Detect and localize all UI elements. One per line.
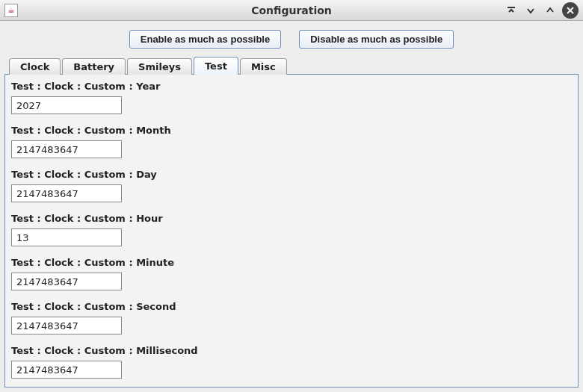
field-label: Test : Clock : Custom : Month bbox=[11, 123, 572, 140]
content-area: Enable as much as possible Disable as mu… bbox=[0, 21, 583, 392]
titlebar: ☕ Configuration bbox=[0, 0, 583, 21]
tab-test[interactable]: Test bbox=[194, 57, 238, 75]
window-title: Configuration bbox=[0, 4, 583, 16]
field-month: Test : Clock : Custom : Month bbox=[11, 123, 572, 164]
tab-clock[interactable]: Clock bbox=[9, 58, 61, 75]
field-day: Test : Clock : Custom : Day bbox=[11, 167, 572, 208]
field-label: Test : Clock : Custom : Minute bbox=[11, 255, 572, 273]
field-label: Test : Clock : Custom : Day bbox=[11, 167, 572, 184]
field-millisecond: Test : Clock : Custom : Millisecond bbox=[11, 343, 572, 385]
field-label: Test : Clock : Custom : Second bbox=[11, 299, 572, 317]
tab-battery[interactable]: Battery bbox=[62, 58, 126, 75]
field-second: Test : Clock : Custom : Second bbox=[11, 299, 572, 340]
enable-all-button[interactable]: Enable as much as possible bbox=[129, 30, 281, 49]
input-day[interactable] bbox=[11, 184, 122, 202]
input-hour[interactable] bbox=[11, 228, 122, 246]
window-controls bbox=[504, 2, 579, 19]
input-minute[interactable] bbox=[11, 273, 122, 290]
maximize-button[interactable] bbox=[543, 3, 558, 18]
tabstrip: Clock Battery Smileys Test Misc bbox=[4, 56, 579, 74]
input-millisecond[interactable] bbox=[11, 361, 122, 379]
field-minute: Test : Clock : Custom : Minute bbox=[11, 255, 572, 296]
input-month[interactable] bbox=[11, 140, 122, 158]
tab-smileys[interactable]: Smileys bbox=[127, 58, 192, 75]
disable-all-button[interactable]: Disable as much as possible bbox=[299, 30, 454, 49]
minimize-button[interactable] bbox=[523, 3, 538, 18]
field-label: Test : Clock : Custom : Year bbox=[11, 79, 572, 96]
field-year: Test : Clock : Custom : Year bbox=[11, 79, 572, 120]
field-label: Test : Clock : Custom : Hour bbox=[11, 211, 572, 228]
tab-panel-test: Test : Clock : Custom : Year Test : Cloc… bbox=[4, 74, 579, 388]
top-button-row: Enable as much as possible Disable as mu… bbox=[4, 27, 579, 56]
app-icon: ☕ bbox=[4, 4, 18, 17]
window: ☕ Configuration Enable as much as possib… bbox=[0, 0, 583, 392]
close-button[interactable] bbox=[562, 2, 579, 19]
shade-button[interactable] bbox=[504, 3, 519, 18]
tab-misc[interactable]: Misc bbox=[240, 58, 287, 75]
input-year[interactable] bbox=[11, 96, 122, 114]
field-hour: Test : Clock : Custom : Hour bbox=[11, 211, 572, 252]
field-label: Test : Clock : Custom : Millisecond bbox=[11, 343, 572, 361]
input-second[interactable] bbox=[11, 317, 122, 335]
